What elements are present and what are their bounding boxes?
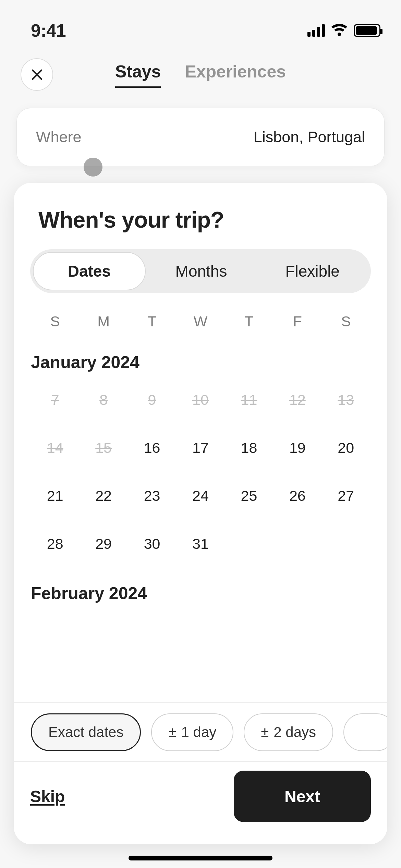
- category-tabs: Stays Experiences: [53, 62, 348, 88]
- calendar-day[interactable]: 21: [31, 472, 79, 520]
- segmented-dates[interactable]: Dates: [33, 252, 146, 290]
- calendar-container[interactable]: January 20247891011121314151617181920212…: [14, 337, 387, 607]
- weekday: F: [273, 313, 321, 330]
- calendar-day: 7: [31, 376, 79, 424]
- skip-button[interactable]: Skip: [30, 787, 65, 806]
- calendar-row: 78910111213: [14, 376, 387, 424]
- flex-pill-1day[interactable]: ±1 day: [151, 713, 233, 751]
- tab-experiences[interactable]: Experiences: [185, 62, 286, 88]
- segmented-months[interactable]: Months: [146, 252, 257, 290]
- calendar-day[interactable]: 25: [225, 472, 273, 520]
- close-button[interactable]: [21, 58, 53, 91]
- calendar-day: 8: [79, 376, 127, 424]
- where-value: Lisbon, Portugal: [254, 128, 365, 146]
- weekday: S: [31, 313, 79, 330]
- flex-pill-2days[interactable]: ±2 days: [244, 713, 333, 751]
- flex-pill-label: 1 day: [181, 724, 217, 740]
- calendar-day[interactable]: 26: [273, 472, 321, 520]
- flex-pill-label: 2 days: [274, 724, 316, 740]
- month-title: February 2024: [14, 568, 387, 607]
- flex-pill-exact[interactable]: Exact dates: [31, 713, 141, 751]
- calendar-row: 14151617181920: [14, 424, 387, 472]
- weekday: T: [225, 313, 273, 330]
- calendar-day[interactable]: 17: [176, 424, 224, 472]
- weekday-header: S M T W T F S: [14, 293, 387, 337]
- calendar-day[interactable]: 18: [225, 424, 273, 472]
- calendar-day[interactable]: 16: [128, 424, 176, 472]
- battery-icon: [354, 24, 380, 37]
- calendar-day[interactable]: 28: [31, 520, 79, 568]
- calendar-day[interactable]: 29: [79, 520, 127, 568]
- tab-stays[interactable]: Stays: [115, 62, 161, 88]
- calendar-day: 10: [176, 376, 224, 424]
- calendar-row: 28293031: [14, 520, 387, 568]
- calendar-day: 14: [31, 424, 79, 472]
- calendar-day[interactable]: 27: [322, 472, 370, 520]
- status-bar: 9:41: [0, 0, 401, 48]
- next-button[interactable]: Next: [234, 771, 371, 822]
- calendar-day: 15: [79, 424, 127, 472]
- footer-bar: Skip Next: [14, 761, 387, 844]
- calendar-day: 13: [322, 376, 370, 424]
- calendar-day[interactable]: 31: [176, 520, 224, 568]
- cellular-icon: [307, 24, 325, 37]
- weekday: T: [128, 313, 176, 330]
- calendar-day[interactable]: 22: [79, 472, 127, 520]
- where-label: Where: [36, 128, 82, 146]
- calendar-day: 12: [273, 376, 321, 424]
- weekday: S: [322, 313, 370, 330]
- flex-pill-more[interactable]: [343, 713, 387, 751]
- weekday: W: [176, 313, 224, 330]
- header: Stays Experiences: [0, 48, 401, 108]
- wifi-icon: [331, 24, 348, 37]
- calendar-day: 11: [225, 376, 273, 424]
- weekday: M: [79, 313, 127, 330]
- status-time: 9:41: [31, 20, 66, 41]
- when-title: When's your trip?: [14, 207, 387, 233]
- status-icons: [307, 24, 380, 37]
- calendar-row: 21222324252627: [14, 472, 387, 520]
- calendar-day: 9: [128, 376, 176, 424]
- calendar-day[interactable]: 19: [273, 424, 321, 472]
- month-title: January 2024: [14, 337, 387, 376]
- date-flexibility-bar[interactable]: Exact dates ±1 day ±2 days: [14, 702, 387, 761]
- when-card: When's your trip? Dates Months Flexible …: [14, 183, 387, 844]
- calendar-day[interactable]: 30: [128, 520, 176, 568]
- home-indicator: [129, 856, 272, 860]
- segmented-flexible[interactable]: Flexible: [257, 252, 368, 290]
- calendar-day[interactable]: 24: [176, 472, 224, 520]
- calendar-day[interactable]: 23: [128, 472, 176, 520]
- calendar-day[interactable]: 20: [322, 424, 370, 472]
- close-icon: [31, 69, 43, 81]
- where-card[interactable]: Where Lisbon, Portugal: [16, 108, 385, 166]
- date-mode-segmented: Dates Months Flexible: [30, 249, 371, 293]
